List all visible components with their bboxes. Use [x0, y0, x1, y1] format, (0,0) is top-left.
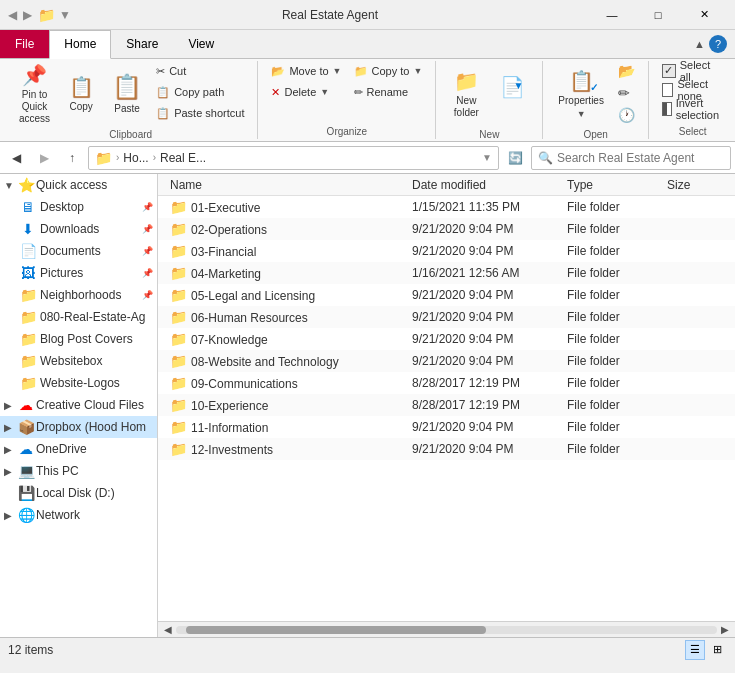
websitebox-label: Websitebox [40, 354, 153, 368]
table-row[interactable]: 📁06-Human Resources 9/21/2020 9:04 PM Fi… [158, 306, 735, 328]
new-item-button[interactable]: 📄 ▼ x [490, 61, 534, 127]
minimize-button[interactable]: — [589, 0, 635, 30]
copy-button[interactable]: 📋 Copy [59, 61, 103, 127]
desktop-icon: 🖥 [20, 199, 36, 215]
sidebar-section-creative-cloud[interactable]: ▶ ☁ Creative Cloud Files [0, 394, 157, 416]
tiles-view-button[interactable]: ⊞ [707, 640, 727, 660]
close-button[interactable]: ✕ [681, 0, 727, 30]
help-icon[interactable]: ? [709, 35, 727, 53]
properties-button[interactable]: 📋 ✓ Properties ▼ [551, 61, 611, 127]
table-row[interactable]: 📁02-Operations 9/21/2020 9:04 PM File fo… [158, 218, 735, 240]
back-button[interactable]: ◀ [4, 146, 28, 170]
file-name-cell: 📁06-Human Resources [166, 309, 412, 325]
table-row[interactable]: 📁03-Financial 9/21/2020 9:04 PM File fol… [158, 240, 735, 262]
col-header-type[interactable]: Type [567, 178, 667, 192]
table-row[interactable]: 📁12-Investments 9/21/2020 9:04 PM File f… [158, 438, 735, 460]
col-header-name[interactable]: Name [166, 178, 412, 192]
local-disk-label: Local Disk (D:) [36, 486, 153, 500]
sidebar-item-neighborhoods[interactable]: 📁 Neighborhoods 📌 [16, 284, 157, 306]
open-history-button[interactable]: 🕐 [613, 105, 640, 125]
tab-view[interactable]: View [173, 30, 229, 58]
scroll-right-arrow[interactable]: ▶ [717, 622, 733, 638]
scroll-left-arrow[interactable]: ◀ [160, 622, 176, 638]
search-input[interactable] [557, 151, 724, 165]
sidebar-item-documents[interactable]: 📄 Documents 📌 [16, 240, 157, 262]
sidebar-item-websitebox[interactable]: 📁 Websitebox [16, 350, 157, 372]
cut-button[interactable]: ✂ Cut [151, 61, 249, 81]
pin-to-quick-access-button[interactable]: 📌 Pin to Quick access [12, 61, 57, 127]
table-row[interactable]: 📁07-Knowledge 9/21/2020 9:04 PM File fol… [158, 328, 735, 350]
col-header-size[interactable]: Size [667, 178, 727, 192]
search-box[interactable]: 🔍 [531, 146, 731, 170]
table-row[interactable]: 📁04-Marketing 1/16/2021 12:56 AM File fo… [158, 262, 735, 284]
table-row[interactable]: 📁05-Legal and Licensing 9/21/2020 9:04 P… [158, 284, 735, 306]
file-list-rows: 📁01-Executive 1/15/2021 11:35 PM File fo… [158, 196, 735, 460]
properties-label: Properties [558, 95, 604, 107]
tab-file[interactable]: File [0, 30, 49, 58]
sidebar-section-local-disk[interactable]: ▶ 💾 Local Disk (D:) [0, 482, 157, 504]
collapse-ribbon-icon[interactable]: ▲ [694, 38, 705, 50]
edit-button[interactable]: ✏ [613, 83, 640, 103]
pin-icon: 📌 [22, 63, 47, 87]
sidebar-item-downloads[interactable]: ⬇ Downloads 📌 [16, 218, 157, 240]
path-dropdown-icon[interactable]: ▼ [482, 152, 492, 163]
website-logos-icon: 📁 [20, 375, 36, 391]
table-row[interactable]: 📁10-Experience 8/28/2017 12:19 PM File f… [158, 394, 735, 416]
sidebar-item-desktop[interactable]: 🖥 Desktop 📌 [16, 196, 157, 218]
quick-access-icon: ▼ [59, 8, 71, 22]
address-path[interactable]: 📁 › Ho... › Real E... ▼ [88, 146, 499, 170]
onedrive-expand-icon: ▶ [4, 444, 16, 455]
sidebar-section-this-pc[interactable]: ▶ 💻 This PC [0, 460, 157, 482]
new-folder-icon: 📁 [454, 69, 479, 93]
forward-button[interactable]: ▶ [32, 146, 56, 170]
delete-button[interactable]: ✕ Delete ▼ [266, 82, 346, 102]
paste-button[interactable]: 📋 Paste [105, 61, 149, 127]
sidebar-section-dropbox[interactable]: ▶ 📦 Dropbox (Hood Hom [0, 416, 157, 438]
sidebar-item-website-logos[interactable]: 📁 Website-Logos [16, 372, 157, 394]
sidebar-section-onedrive[interactable]: ▶ ☁ OneDrive [0, 438, 157, 460]
new-folder-button[interactable]: 📁 New folder [444, 61, 488, 127]
sidebar-section-quick-access[interactable]: ▼ ⭐ Quick access [0, 174, 157, 196]
tab-share[interactable]: Share [111, 30, 173, 58]
sidebar-section-network[interactable]: ▶ 🌐 Network [0, 504, 157, 526]
downloads-pin-icon: 📌 [142, 224, 153, 234]
file-folder-icon: 📁 [170, 375, 187, 391]
copy-to-button[interactable]: 📁 Copy to ▼ [349, 61, 428, 81]
table-row[interactable]: 📁09-Communications 8/28/2017 12:19 PM Fi… [158, 372, 735, 394]
open-icon: 📂 [618, 63, 635, 79]
table-row[interactable]: 📁11-Information 9/21/2020 9:04 PM File f… [158, 416, 735, 438]
table-row[interactable]: 📁01-Executive 1/15/2021 11:35 PM File fo… [158, 196, 735, 218]
main-area: ▼ ⭐ Quick access 🖥 Desktop 📌 ⬇ Downloads… [0, 174, 735, 637]
local-disk-icon: 💾 [18, 485, 34, 501]
file-date-cell: 9/21/2020 9:04 PM [412, 222, 567, 236]
tab-home[interactable]: Home [49, 30, 111, 59]
rename-button[interactable]: ✏ Rename [349, 82, 428, 102]
table-row[interactable]: 📁08-Website and Technology 9/21/2020 9:0… [158, 350, 735, 372]
invert-selection-button[interactable]: Invert selection [657, 99, 728, 118]
details-view-button[interactable]: ☰ [685, 640, 705, 660]
horizontal-scrollbar[interactable]: ◀ ▶ [158, 621, 735, 637]
file-name-cell: 📁03-Financial [166, 243, 412, 259]
open-button[interactable]: 📂 [613, 61, 640, 81]
col-header-date[interactable]: Date modified [412, 178, 567, 192]
paste-shortcut-button[interactable]: 📋 Paste shortcut [151, 103, 249, 123]
file-date-cell: 9/21/2020 9:04 PM [412, 332, 567, 346]
sidebar-item-real-estate[interactable]: 📁 080-Real-Estate-Ag [16, 306, 157, 328]
scroll-track[interactable] [176, 626, 717, 634]
file-area: Name Date modified Type Size 📁01-Executi… [158, 174, 735, 621]
network-icon: 🌐 [18, 507, 34, 523]
file-type-cell: File folder [567, 310, 667, 324]
file-panel: Name Date modified Type Size 📁01-Executi… [158, 174, 735, 637]
maximize-button[interactable]: □ [635, 0, 681, 30]
sidebar-item-blog-covers[interactable]: 📁 Blog Post Covers [16, 328, 157, 350]
move-to-button[interactable]: 📂 Move to ▼ [266, 61, 346, 81]
scroll-thumb[interactable] [186, 626, 486, 634]
clipboard-label: Clipboard [12, 127, 249, 142]
file-type-cell: File folder [567, 288, 667, 302]
select-label: Select [657, 124, 728, 139]
up-button[interactable]: ↑ [60, 146, 84, 170]
file-date-cell: 9/21/2020 9:04 PM [412, 288, 567, 302]
sidebar-item-pictures[interactable]: 🖼 Pictures 📌 [16, 262, 157, 284]
copy-path-button[interactable]: 📋 Copy path [151, 82, 249, 102]
refresh-button[interactable]: 🔄 [503, 146, 527, 170]
